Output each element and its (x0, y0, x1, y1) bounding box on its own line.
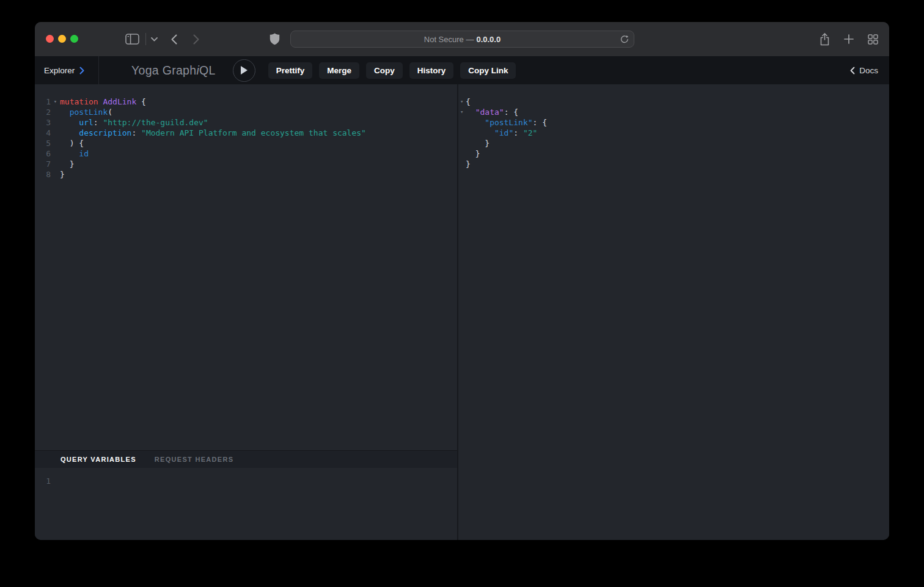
url-host: 0.0.0.0 (476, 35, 501, 44)
code-text: } (466, 148, 480, 159)
forward-button[interactable] (193, 34, 199, 45)
fold-spacer (51, 159, 60, 169)
fold-arrow-icon[interactable]: ▾ (51, 97, 60, 107)
browser-chrome: Not Secure — 0.0.0.0 (35, 22, 889, 56)
address-bar[interactable]: Not Secure — 0.0.0.0 (290, 31, 634, 48)
code-line: "postLink": { (458, 117, 889, 128)
code-text: postLink( (60, 107, 112, 117)
code-text: "id": "2" (466, 128, 537, 138)
execute-query-button[interactable] (233, 59, 255, 82)
close-window-button[interactable] (46, 35, 54, 43)
code-line: 2 postLink( (35, 107, 457, 117)
chevron-down-icon[interactable] (151, 37, 158, 42)
query-pane: 1▾mutation AddLink {2 postLink(3 url: "h… (35, 84, 457, 540)
back-button[interactable] (171, 34, 177, 45)
share-icon[interactable] (820, 33, 830, 46)
code-line: ▾ "data": { (458, 107, 889, 117)
sidebar-toggle-icon[interactable] (125, 34, 139, 45)
page-title: Yoga GraphiQL (131, 64, 216, 78)
explorer-toggle[interactable]: Explorer (35, 56, 99, 84)
fold-spacer (458, 138, 466, 148)
play-icon (240, 65, 248, 75)
toolbar-buttons: PrettifyMergeCopyHistoryCopy Link (268, 62, 516, 79)
line-number: 3 (35, 117, 51, 128)
docs-label: Docs (859, 66, 878, 75)
code-line: 7 } (35, 159, 457, 169)
code-line: } (458, 148, 889, 159)
divider (145, 33, 146, 45)
code-line: "id": "2" (458, 128, 889, 138)
code-text: mutation AddLink { (60, 97, 146, 107)
code-line: 4 description: "Modern API Platform and … (35, 128, 457, 138)
traffic-lights (46, 35, 78, 43)
docs-button[interactable]: Docs (850, 66, 878, 75)
explorer-label: Explorer (44, 66, 75, 75)
tab-request-headers[interactable]: REQUEST HEADERS (155, 456, 234, 463)
line-number: 1 (35, 476, 51, 486)
code-text: } (60, 169, 65, 180)
code-text: } (466, 138, 490, 148)
tab-query-variables[interactable]: QUERY VARIABLES (61, 456, 136, 463)
code-line: ▾{ (458, 97, 889, 107)
code-text: { (466, 97, 471, 107)
toolbar-button-copy[interactable]: Copy (366, 62, 403, 79)
fold-spacer (458, 159, 466, 169)
line-number: 1 (35, 97, 51, 107)
response-pane: ▾{▾ "data": { "postLink": { "id": "2" } … (458, 84, 889, 540)
code-text: ) { (60, 138, 84, 148)
fold-arrow-icon[interactable]: ▾ (458, 97, 466, 107)
fold-spacer (51, 148, 60, 159)
line-number: 8 (35, 169, 51, 180)
line-number: 6 (35, 148, 51, 159)
code-line: 6 id (35, 148, 457, 159)
toolbar-button-history[interactable]: History (409, 62, 454, 79)
toolbar-button-prettify[interactable]: Prettify (268, 62, 313, 79)
code-text: } (60, 159, 74, 169)
url-security-label: Not Secure — (424, 35, 474, 44)
reload-icon[interactable] (620, 35, 629, 44)
secondary-editor-tabs: QUERY VARIABLES REQUEST HEADERS (35, 450, 457, 468)
fold-spacer (458, 128, 466, 138)
code-line: } (458, 159, 889, 169)
toolbar-button-copy-link[interactable]: Copy Link (460, 62, 516, 79)
code-line: 3 url: "http://the-guild.dev" (35, 117, 457, 128)
chevron-right-icon (79, 67, 84, 75)
code-line: } (458, 138, 889, 148)
code-text: } (466, 159, 471, 169)
chevron-left-icon (850, 67, 855, 75)
main-area: 1▾mutation AddLink {2 postLink(3 url: "h… (35, 84, 889, 540)
query-editor[interactable]: 1▾mutation AddLink {2 postLink(3 url: "h… (35, 84, 457, 450)
fold-spacer (51, 128, 60, 138)
fold-spacer (458, 148, 466, 159)
new-tab-icon[interactable] (844, 34, 854, 44)
privacy-shield-icon[interactable] (270, 33, 280, 45)
fold-spacer (51, 117, 60, 128)
code-text: url: "http://the-guild.dev" (60, 117, 208, 128)
tab-overview-icon[interactable] (868, 34, 878, 45)
fold-spacer (51, 169, 60, 180)
fold-spacer (51, 107, 60, 117)
fold-spacer (458, 117, 466, 128)
browser-window: Not Secure — 0.0.0.0 (35, 22, 889, 540)
line-number: 2 (35, 107, 51, 117)
graphiql-toolbar: Explorer Yoga GraphiQL PrettifyMergeCopy… (35, 56, 889, 84)
fold-arrow-icon[interactable]: ▾ (458, 107, 466, 117)
code-text: id (60, 148, 89, 159)
variables-editor[interactable]: 1 (35, 468, 457, 540)
code-text: "data": { (466, 107, 518, 117)
line-number: 7 (35, 159, 51, 169)
code-line: 8} (35, 169, 457, 180)
line-number: 4 (35, 128, 51, 138)
code-line: 5 ) { (35, 138, 457, 148)
fold-spacer (51, 138, 60, 148)
toolbar-button-merge[interactable]: Merge (319, 62, 359, 79)
code-line: 1▾mutation AddLink { (35, 97, 457, 107)
code-text: description: "Modern API Platform and ec… (60, 128, 366, 138)
line-number: 5 (35, 138, 51, 148)
zoom-window-button[interactable] (70, 35, 78, 43)
code-text: "postLink": { (466, 117, 547, 128)
minimize-window-button[interactable] (58, 35, 66, 43)
